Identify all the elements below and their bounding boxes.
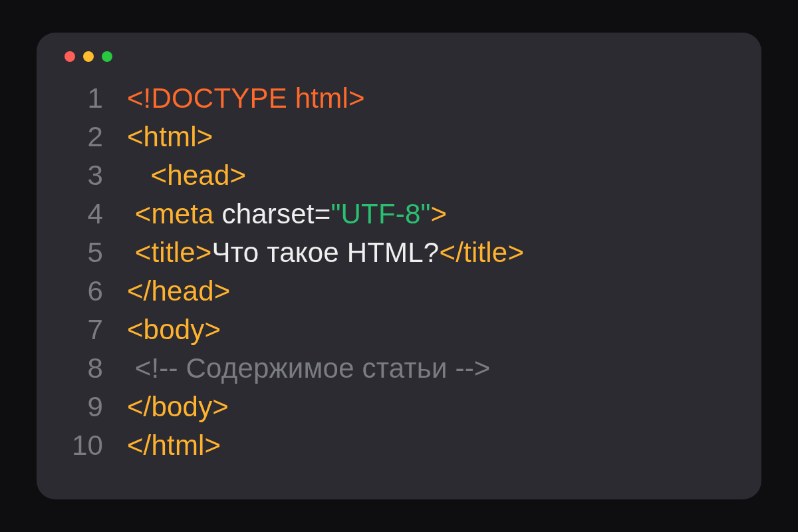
string-token: "UTF-8" <box>331 198 430 229</box>
code-content: <html> <box>119 118 735 156</box>
code-content: </body> <box>119 388 735 426</box>
minimize-icon[interactable] <box>83 51 94 62</box>
tag-token: <head> <box>150 160 246 191</box>
code-content: <!-- Содержимое статьи --> <box>119 349 735 388</box>
close-icon[interactable] <box>65 51 75 62</box>
code-line: 4 <meta charset="UTF-8"> <box>63 195 735 233</box>
code-line: 3 <head> <box>63 156 735 195</box>
code-line: 10 </html> <box>63 426 735 465</box>
attr-token: charset= <box>214 198 331 229</box>
tag-token: <meta <box>135 198 214 229</box>
code-line: 6 </head> <box>63 272 735 311</box>
code-line: 7 <body> <box>63 311 735 349</box>
tag-token: </html> <box>127 430 221 461</box>
text-token: Что такое HTML? <box>212 237 440 268</box>
code-line: 9 </body> <box>63 388 735 426</box>
tag-token: <title> <box>135 237 212 268</box>
line-number: 6 <box>63 272 103 311</box>
tag-token: <html> <box>127 121 213 152</box>
code-content: <body> <box>119 311 735 349</box>
line-number: 1 <box>63 79 103 118</box>
code-line: 2 <html> <box>63 118 735 156</box>
code-line: 1 <!DOCTYPE html> <box>63 79 735 118</box>
tag-token: </head> <box>127 275 231 307</box>
line-number: 9 <box>63 388 103 426</box>
window-controls <box>65 51 735 62</box>
line-number: 7 <box>63 311 103 349</box>
line-number: 10 <box>63 426 103 465</box>
tag-token: </body> <box>127 391 229 422</box>
line-number: 2 <box>63 118 103 156</box>
tag-token: <body> <box>127 314 221 345</box>
code-content: </head> <box>119 272 735 311</box>
code-area: 1 <!DOCTYPE html> 2 <html> 3 <head> 4 <m… <box>63 79 735 465</box>
line-number: 8 <box>63 349 103 388</box>
zoom-icon[interactable] <box>102 51 112 62</box>
line-number: 4 <box>63 195 103 233</box>
code-line: 8 <!-- Содержимое статьи --> <box>63 349 735 388</box>
code-line: 5 <title>Что такое HTML?</title> <box>63 233 735 272</box>
code-content: <head> <box>119 156 735 195</box>
code-editor-window: 1 <!DOCTYPE html> 2 <html> 3 <head> 4 <m… <box>37 33 761 499</box>
tag-token: </title> <box>439 237 524 268</box>
tag-token: > <box>431 198 448 229</box>
code-content: <meta charset="UTF-8"> <box>119 195 735 233</box>
code-content: <!DOCTYPE html> <box>119 79 735 118</box>
code-content: <title>Что такое HTML?</title> <box>119 233 735 272</box>
doctype-token: <!DOCTYPE html> <box>127 82 365 114</box>
line-number: 3 <box>63 156 103 195</box>
comment-token: <!-- Содержимое статьи --> <box>135 352 491 384</box>
line-number: 5 <box>63 233 103 272</box>
code-content: </html> <box>119 426 735 465</box>
